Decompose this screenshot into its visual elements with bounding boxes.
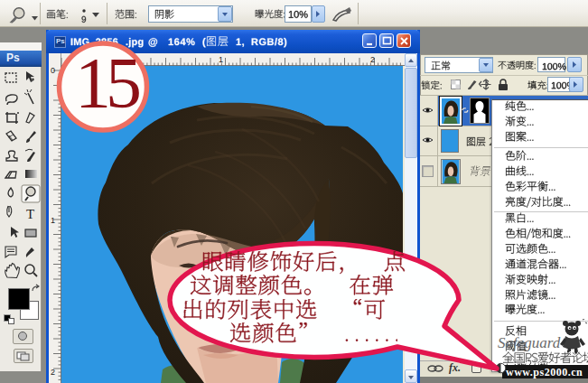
svg-text:2: 2 <box>370 55 375 64</box>
svg-text:T: T <box>26 207 34 221</box>
svg-text:2: 2 <box>51 368 55 377</box>
svg-text:1: 1 <box>219 55 223 64</box>
svg-text:1: 1 <box>51 216 55 225</box>
